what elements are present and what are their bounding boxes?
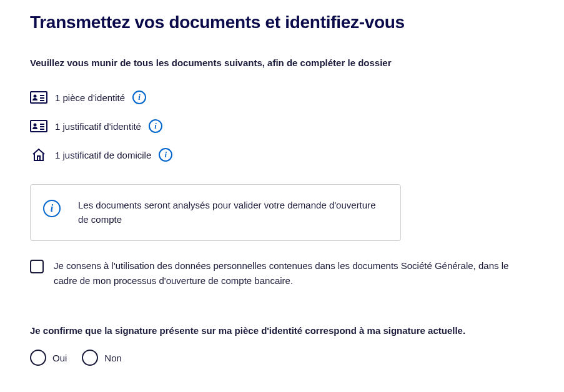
consent-row: Je consens à l'utilisation des données p… xyxy=(30,258,534,288)
info-icon[interactable] xyxy=(159,148,172,162)
document-label: 1 justificatif d'identité xyxy=(55,121,141,132)
consent-text: Je consens à l'utilisation des données p… xyxy=(54,258,534,288)
info-icon[interactable] xyxy=(149,119,162,133)
document-label: 1 pièce d'identité xyxy=(55,92,125,103)
svg-rect-10 xyxy=(37,156,40,160)
document-item: 1 justificatif d'identité xyxy=(30,119,534,133)
document-list: 1 pièce d'identité 1 justificatif d'iden… xyxy=(30,91,534,162)
info-icon xyxy=(43,200,61,217)
svg-rect-0 xyxy=(31,92,47,103)
radio-no-label: Non xyxy=(104,353,122,363)
document-item: 1 pièce d'identité xyxy=(30,91,534,104)
page-title: Transmettez vos documents et identifiez-… xyxy=(30,12,534,32)
signature-question: Je confirme que la signature présente su… xyxy=(30,323,534,338)
signature-radio-group: Oui Non xyxy=(30,350,534,366)
svg-point-1 xyxy=(34,95,37,98)
document-item: 1 justificatif de domicile xyxy=(30,148,534,162)
radio-yes[interactable] xyxy=(30,350,46,366)
id-card-icon xyxy=(30,91,47,104)
radio-yes-label: Oui xyxy=(52,353,67,363)
intro-text: Veuillez vous munir de tous les document… xyxy=(30,57,534,68)
consent-checkbox[interactable] xyxy=(30,260,44,273)
info-icon[interactable] xyxy=(132,91,146,104)
radio-no[interactable] xyxy=(82,350,98,366)
id-card-icon xyxy=(30,119,47,133)
document-label: 1 justificatif de domicile xyxy=(55,150,151,160)
info-box: Les documents seront analysés pour valid… xyxy=(30,184,401,241)
svg-point-6 xyxy=(34,124,37,127)
svg-rect-5 xyxy=(31,120,47,132)
house-icon xyxy=(30,148,47,162)
info-box-text: Les documents seront analysés pour valid… xyxy=(78,198,388,227)
